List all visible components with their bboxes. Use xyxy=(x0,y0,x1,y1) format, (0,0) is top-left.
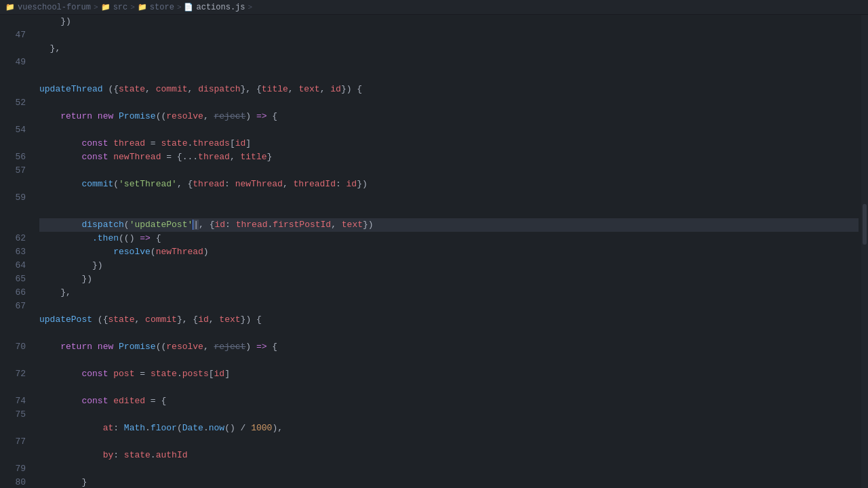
scrollbar-right[interactable] xyxy=(859,15,868,488)
code-line: const newThread = {...thread, title} xyxy=(39,150,859,164)
minimap-line xyxy=(861,15,868,488)
breadcrumb-sep-1: > xyxy=(94,1,98,14)
code-line: return new Promise((resolve, reject) => … xyxy=(39,110,859,123)
code-line: const edited = { xyxy=(39,394,859,408)
breadcrumb-sep-4: > xyxy=(248,1,253,14)
code-line: const post = state.posts[id] xyxy=(39,367,859,381)
code-line: }) xyxy=(39,15,859,28)
folder-icon-store: 📁 xyxy=(138,1,147,14)
code-line xyxy=(39,408,859,422)
code-line xyxy=(39,327,859,340)
code-line xyxy=(39,28,859,42)
file-icon-actions: 📄 xyxy=(184,1,193,14)
code-line xyxy=(39,300,859,313)
breadcrumb-root[interactable]: vueschool-forum xyxy=(18,1,91,14)
code-line: }) xyxy=(39,259,859,272)
code-line: }, xyxy=(39,42,859,56)
code-line: .then(() => { xyxy=(39,232,859,245)
code-line xyxy=(39,435,859,449)
code-area[interactable]: }) }, updateThread ({state, commit, disp… xyxy=(34,15,859,488)
breadcrumb-file[interactable]: actions.js xyxy=(196,1,245,14)
folder-icon-root: 📁 xyxy=(5,1,15,14)
code-line: }) xyxy=(39,272,859,286)
code-line: at: Math.floor(Date.now() / 1000), xyxy=(39,422,859,435)
code-line: resolve(newThread) xyxy=(39,245,859,259)
code-line xyxy=(39,164,859,178)
code-line xyxy=(39,354,859,367)
code-line: updatePost ({state, commit}, {id, text})… xyxy=(39,313,859,327)
code-line xyxy=(39,205,859,218)
code-line: by: state.authId xyxy=(39,449,859,462)
breadcrumb-src[interactable]: src xyxy=(113,1,128,14)
code-line: return new Promise((resolve, reject) => … xyxy=(39,340,859,354)
breadcrumb-sep-2: > xyxy=(130,1,135,14)
code-line xyxy=(39,381,859,394)
code-line xyxy=(39,69,859,83)
breadcrumb-sep-3: > xyxy=(177,1,182,14)
line-numbers: 47 49 52 54 56 57 59 62 63 64 65 66 67 7… xyxy=(0,15,34,488)
code-line xyxy=(39,191,859,205)
editor-container: 47 49 52 54 56 57 59 62 63 64 65 66 67 7… xyxy=(0,15,868,488)
code-line: updateThread ({state, commit, dispatch},… xyxy=(39,83,859,96)
breadcrumb-store[interactable]: store xyxy=(150,1,174,14)
tab-bar: 📁 vueschool-forum > 📁 src > 📁 store > 📄 … xyxy=(0,0,868,15)
code-line: const thread = state.threads[id] xyxy=(39,137,859,150)
code-line xyxy=(39,123,859,137)
breadcrumb: 📁 vueschool-forum > 📁 src > 📁 store > 📄 … xyxy=(5,1,252,14)
code-line xyxy=(39,56,859,69)
code-line: } xyxy=(39,476,859,488)
code-line: }, xyxy=(39,286,859,300)
folder-icon-src: 📁 xyxy=(101,1,111,14)
code-line xyxy=(39,462,859,476)
code-line: dispatch('updatePost'|, {id: thread.firs… xyxy=(39,218,859,232)
code-line xyxy=(39,96,859,110)
code-line: commit('setThread', {thread: newThread, … xyxy=(39,178,859,191)
